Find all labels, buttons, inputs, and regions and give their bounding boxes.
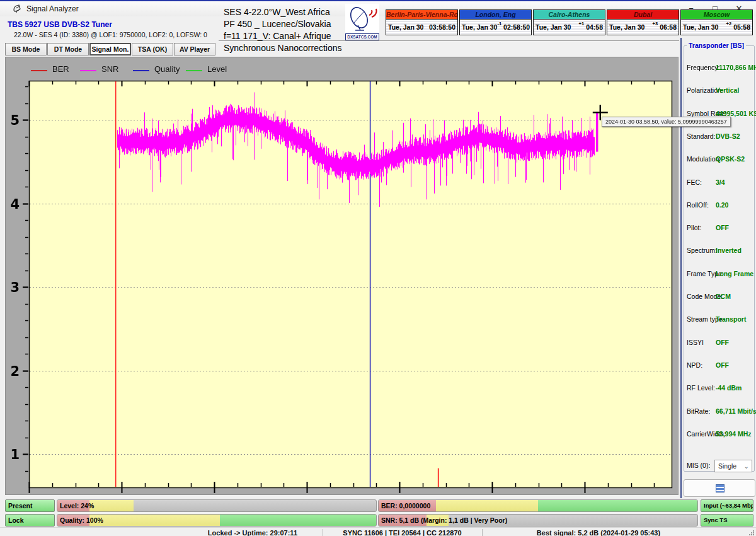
world-clock: Dubai Tue, Jan 30 +3 06:58 — [607, 9, 679, 35]
bar-segment — [89, 515, 220, 526]
bar-segment — [436, 500, 538, 511]
signal-analyzer-window: Signal Analyzer − □ ✕ TBS 5927 USB DVB-S… — [0, 0, 756, 536]
transponder-row: RF Level: -44 dBm — [684, 384, 755, 393]
chart-region: BER SNR Quality Level — [5, 57, 679, 495]
world-clocks: Berlin-Paris-Vienna-Roma Tue, Jan 30 03:… — [386, 9, 753, 35]
logo-text: DXSATCS.COM — [345, 33, 379, 40]
level-bar-label: Level: 24% — [60, 500, 94, 512]
tuner-name: TBS 5927 USB DVB-S2 Tuner — [8, 20, 112, 29]
clock-time: 04:58 — [586, 23, 603, 31]
clock-time: 03:58:50 — [429, 23, 455, 31]
tab-bs-mode[interactable]: BS Mode — [5, 43, 47, 55]
transponder-row: Code Mode: CCM — [684, 293, 755, 301]
transponder-row: BitRate: 66,711 Mbit/s — [684, 407, 755, 416]
mis-dropdown[interactable]: Single ⌄ — [714, 460, 752, 472]
clock-time-row: Tue, Jan 30 +2 05:58 — [681, 20, 752, 34]
bar-segment — [220, 515, 376, 526]
transponder-row: Standard: DVB-S2 — [684, 132, 755, 141]
transponder-row: Spectrum: Inverted — [684, 247, 755, 255]
clock-utc-offset: -1 — [497, 21, 501, 26]
ber-legend-line — [31, 70, 47, 71]
tuner-details: 22.0W - SES 4 (ID: 3380) @ LOF1: 9750000… — [14, 31, 207, 38]
transponder-row: Polarization: Vertical — [684, 86, 755, 95]
signal-chart-canvas[interactable] — [6, 57, 678, 494]
ber-legend-label: BER — [52, 64, 69, 74]
clock-utc-offset: +1 — [579, 21, 585, 26]
status-box-input: Input (~63,84 Mbps) — [701, 499, 753, 512]
clock-time: 02:58:50 — [503, 23, 530, 31]
ber-bar-label: BER: 0,0000000 — [381, 500, 430, 512]
corrections-info: Synchronous Nanocorrections — [224, 42, 342, 54]
status-bar: Locked -> Uptime: 29:07:11 SYNC 11606 | … — [0, 527, 756, 536]
transponder-row-value: QPSK-S2 — [716, 155, 745, 163]
tab-signal-mon[interactable]: Signal Mon. — [89, 43, 131, 55]
transponder-title: Transponder [BS] — [687, 42, 746, 49]
clock-city: Moscow — [681, 10, 752, 20]
world-clock: London, Eng Tue, Jan 30 -1 02:58:50 — [459, 9, 532, 35]
transponder-row: Pilot: OFF — [684, 224, 755, 233]
transponder-groupbox: Transponder [BS] Frequency: 11170,866 MH… — [684, 45, 755, 472]
transponder-row-value: DVB-S2 — [716, 132, 740, 140]
level-legend-line — [186, 70, 202, 71]
transponder-row-value: 53,994 MHz — [716, 430, 752, 438]
window-title: Signal Analyzer — [26, 4, 79, 13]
snr-legend-line — [80, 70, 96, 71]
transponder-row-value: OFF — [716, 339, 729, 346]
transponder-row: Frequency: 11170,866 MHz — [684, 64, 755, 73]
status-best-signal: Best signal: 5,2 dB (2024-01-29 05:43) — [482, 528, 715, 536]
world-clock: Cairo-Athens Tue, Jan 30 +1 04:58 — [533, 9, 605, 35]
mis-label: MIS (0): — [687, 462, 710, 469]
app-icon — [13, 4, 22, 16]
save-log-button[interactable] — [684, 479, 755, 497]
clock-time-row: Tue, Jan 30 +3 06:58 — [607, 20, 679, 34]
transponder-row-value: Long Frame — [716, 270, 753, 277]
satellite-info: SES 4-22.0°W_West Africa PF 450 _ Lucene… — [224, 6, 342, 54]
tab-av-player[interactable]: AV Player — [174, 43, 215, 55]
transponder-row-label: NPD: — [687, 361, 702, 369]
quality-bar-label: Quality: 100% — [60, 515, 103, 527]
transponder-row-value: OFF — [716, 361, 729, 369]
transponder-row-value: CCM — [716, 293, 731, 300]
clock-city: Berlin-Paris-Vienna-Roma — [386, 10, 457, 20]
status-uptime: Locked -> Uptime: 29:07:11 — [0, 528, 315, 536]
satellite-dish-icon — [345, 4, 379, 33]
status-box-lock: Lock — [5, 514, 55, 527]
mis-value: Single — [718, 462, 736, 470]
clock-city: London, Eng — [460, 10, 531, 20]
world-clock: Moscow Tue, Jan 30 +2 05:58 — [680, 9, 753, 35]
transponder-row: CarrierWidth: 53,994 MHz — [684, 430, 755, 439]
tab-tsa[interactable]: TSA (OK) — [132, 43, 173, 55]
resize-grip[interactable] — [748, 530, 755, 536]
transponder-row-value: 0.20 — [716, 201, 728, 209]
quality-bar: Quality: 100% — [57, 514, 377, 527]
transponder-row: NPD: OFF — [684, 361, 755, 370]
clock-utc-offset: +2 — [726, 21, 732, 26]
database-icon — [716, 484, 724, 492]
transponder-row-label: Frequency: — [687, 64, 720, 71]
transponder-row-value: OFF — [716, 224, 729, 231]
clock-date: Tue, Jan 30 — [462, 23, 497, 31]
transponder-row-value: 11170,866 MHz — [716, 64, 756, 71]
quality-legend-label: Quality — [154, 64, 180, 74]
transponder-row-label: Standard: — [687, 132, 716, 140]
clock-time: 06:58 — [660, 23, 677, 31]
transponder-row-value: Vertical — [716, 86, 739, 94]
transponder-row-value: 3/4 — [716, 178, 725, 186]
chart-legend: BER SNR Quality Level — [6, 61, 678, 74]
clock-city: Dubai — [607, 10, 679, 20]
bar-segment — [538, 500, 697, 511]
clock-time-row: Tue, Jan 30 -1 02:58:50 — [460, 20, 531, 34]
transponder-row-value: -44 dBm — [716, 384, 742, 392]
quality-legend-line — [133, 70, 149, 71]
transponder-row-value: Inverted — [716, 247, 742, 254]
chart-tooltip: 2024-01-30 03.58.50, value: 5,0999999046… — [602, 117, 731, 127]
transponder-row-value: 44995,501 KS/s — [716, 110, 756, 117]
transponder-row-label: Spectrum: — [687, 247, 717, 254]
transponder-row-label: ISSYI — [687, 339, 704, 346]
clock-time-row: Tue, Jan 30 +1 04:58 — [534, 20, 605, 34]
bar-segment — [89, 500, 134, 511]
tab-dt-mode[interactable]: DT Mode — [47, 43, 89, 55]
clock-utc-offset: +3 — [653, 21, 658, 26]
clock-time-row: Tue, Jan 30 03:58:50 — [386, 20, 457, 34]
transponder-row: RollOff: 0.20 — [684, 201, 755, 210]
